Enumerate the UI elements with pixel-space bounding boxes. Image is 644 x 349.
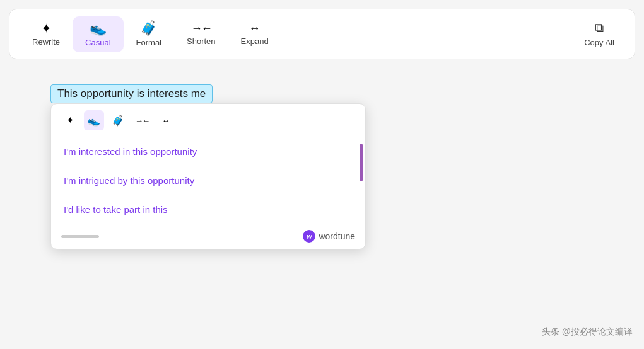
toolbar-casual[interactable]: 👟 Casual [73,16,123,52]
scrollbar[interactable] [360,144,363,181]
suggestions-list: I'm interested in this opportunity I'm i… [51,137,365,224]
popup-expand-icon[interactable]: ↔ [156,110,176,130]
suggestion-item[interactable]: I'd like to take part in this [51,195,365,224]
expand-icon: ↔ [249,23,261,34]
wordtune-logo: w wordtune [303,230,355,243]
selected-text: This opportunity is interests me [50,84,213,103]
popup-footer: w wordtune [51,224,365,249]
popup-shorten-icon[interactable]: →← [132,110,152,130]
formal-icon: 🧳 [140,21,157,35]
scroll-thumb[interactable] [61,235,99,238]
wordtune-icon: w [303,230,315,243]
expand-label: Expand [241,37,269,46]
suggestion-item[interactable]: I'm interested in this opportunity [51,137,365,166]
wordtune-label: wordtune [319,231,355,241]
copy-icon: ⧉ [595,21,604,35]
shorten-label: Shorten [187,37,216,46]
main-toolbar: ✦ Rewrite 👟 Casual 🧳 Formal →← Shorten ↔… [9,9,635,59]
copy-all-button[interactable]: ⧉ Copy All [574,16,624,52]
casual-label: Casual [85,38,110,47]
popup-formal-icon[interactable]: 🧳 [108,110,128,130]
formal-label: Formal [136,38,161,47]
popup-toolbar: ✦ 👟 🧳 →← ↔ [51,104,365,137]
rewrite-label: Rewrite [32,37,60,47]
selected-text-highlight: This opportunity is interests me [50,84,594,103]
suggestion-item[interactable]: I'm intrigued by this opportunity [51,166,365,195]
popup-casual-icon[interactable]: 👟 [84,110,104,130]
toolbar-rewrite[interactable]: ✦ Rewrite [20,17,73,52]
toolbar-shorten[interactable]: →← Shorten [174,18,228,51]
casual-icon: 👟 [90,21,107,35]
suggestions-popup: ✦ 👟 🧳 →← ↔ I'm interested in this opport… [50,103,366,249]
content-area: This opportunity is interests me ✦ 👟 🧳 →… [0,59,644,275]
toolbar-formal[interactable]: 🧳 Formal [124,16,174,52]
copy-all-label: Copy All [584,38,614,47]
popup-rewrite-icon[interactable]: ✦ [60,110,80,130]
watermark: 头条 @投必得论文编译 [542,326,633,338]
shorten-icon: →← [191,23,211,34]
toolbar-expand[interactable]: ↔ Expand [228,18,281,51]
rewrite-icon: ✦ [41,22,52,35]
